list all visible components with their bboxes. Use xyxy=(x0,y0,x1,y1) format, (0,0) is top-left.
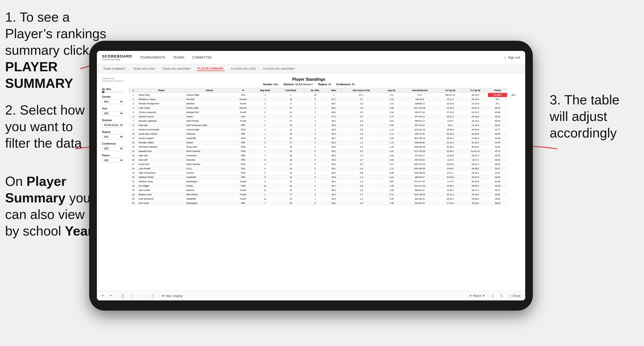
table-row[interactable]: 21Taehoon SongWashingtonFourth423169.1-1… xyxy=(129,179,520,184)
table-row[interactable]: 7Nicholas GabrelcikNorth FloridaFourth12… xyxy=(129,119,520,123)
table-cell: 1 xyxy=(253,123,277,128)
table-row[interactable]: 4Luke ClatonFlorida StateSecond127268.2-… xyxy=(129,106,520,110)
nav-committee[interactable]: COMMITTEE xyxy=(192,54,212,60)
table-cell: Georgia Tech xyxy=(185,110,234,115)
table-cell: 26-32-2 xyxy=(463,154,488,158)
division-select[interactable]: NCAA Division I xyxy=(102,123,124,128)
table-cell: 4 xyxy=(253,167,277,171)
table-cell: 68.3 xyxy=(326,123,341,128)
table-row[interactable]: 8Mats EgeEast Tennessee StateFifth124268… xyxy=(129,123,520,128)
table-cell: -1.2 xyxy=(341,175,381,179)
table-cell: 24-10-4 xyxy=(463,119,488,123)
table-row[interactable]: 11Gordon SargentVanderbiltThird421068.7-… xyxy=(129,136,520,141)
table-cell: 40.27 xyxy=(488,188,507,192)
table-cell: Jackson Koivun xyxy=(138,115,185,119)
table-row[interactable]: 24Bastien AmatNew MexicoFourth127269.4-1… xyxy=(129,192,520,197)
division-label: Division xyxy=(102,119,125,122)
instruction-step3-text: 3. The table will adjust accordingly xyxy=(550,92,620,140)
table-row[interactable]: 1Wenyi DingArizona StateFirst1115167.1-3… xyxy=(129,93,520,97)
table-row[interactable]: 15Jake HallTennesseeFifth718068.5-1.51.6… xyxy=(129,154,520,158)
region-select[interactable]: N/A xyxy=(102,134,124,139)
nav-teams[interactable]: TEAMS xyxy=(173,54,185,60)
subnav-team-h2h-grid[interactable]: TEAM H2H GRID xyxy=(132,67,156,71)
table-cell: Arkansas xyxy=(185,132,234,136)
subnav-player-h2h-grid[interactable]: PLAYER H2H GRID xyxy=(230,67,257,71)
table-row[interactable]: 3Michael ThorbjornsenStanfordFourth28168… xyxy=(129,102,520,106)
table-cell: -2.7 xyxy=(341,97,381,102)
table-row[interactable]: 19Tiger ChristensenArizonaThird523269.2-… xyxy=(129,171,520,175)
table-cell: Fourth xyxy=(234,110,253,115)
table-cell: 24 xyxy=(277,128,304,132)
subnav-player-summary[interactable]: PLAYER SUMMARY xyxy=(197,66,225,71)
grid-btn[interactable]: ☷ xyxy=(499,293,505,298)
table-cell: Arizona xyxy=(185,171,234,175)
slider-thumb[interactable] xyxy=(102,91,105,93)
table-cell: 1.41 xyxy=(381,149,402,154)
table-cell: 412-221-24 xyxy=(402,128,438,132)
table-cell: 53-38-4 xyxy=(463,197,488,201)
table-cell: 2 xyxy=(253,102,277,106)
instruction-bottom-bold2: Year xyxy=(65,224,93,238)
table-cell: 27 xyxy=(277,106,304,110)
table-cell: -1.6 xyxy=(341,106,381,110)
table-cell: 1.50 xyxy=(381,136,402,141)
subnav-player-h2h-heatmap[interactable]: PLAYER H2H HEATMAP xyxy=(262,67,295,71)
table-cell: Vanderbilt xyxy=(185,136,234,141)
table-row[interactable]: 13Phichaksn MaichonTexas A&MThird630169.… xyxy=(129,145,520,149)
player-select[interactable]: (All) xyxy=(102,158,124,163)
sign-out-link[interactable]: Sign out xyxy=(508,54,520,60)
conference-filter: Conference: All xyxy=(336,83,355,86)
table-row[interactable]: 26Petr HrubyWashingtonFifth725068.6-1.81… xyxy=(129,201,520,205)
table-row[interactable]: 10Jacob Skov OlesenArkansasFifth123068.4… xyxy=(129,132,520,136)
table-cell: 509-82-21 xyxy=(402,188,438,192)
table-cell: Kentucky xyxy=(185,158,234,162)
table-cell: 0 xyxy=(304,201,326,205)
paste-btn[interactable]: 📄 xyxy=(128,293,135,298)
table-cell: 412-179-20 xyxy=(402,149,438,154)
table-cell: First xyxy=(234,115,253,119)
download-btn[interactable]: ⇓ xyxy=(490,293,496,298)
table-row[interactable]: 12Brendan ValdesAuburnFifth537068.4-1.11… xyxy=(129,141,520,145)
table-cell: 674-33-12 xyxy=(402,115,438,119)
logo-main: SCOREBOARD xyxy=(102,54,132,58)
table-row[interactable]: 20Matthew RiedelVanderbiltFifth922069.8-… xyxy=(129,175,520,179)
redo-btn[interactable]: ↷ xyxy=(108,293,114,298)
table-cell: 45.82 xyxy=(488,132,507,136)
table-row[interactable]: 25Cole SherwoodVanderbiltFourth1223169.3… xyxy=(129,197,520,201)
nav-tournaments[interactable]: TOURNAMENTS xyxy=(140,54,165,60)
table-row[interactable]: 18Luke PowellUCLAFirst424069.1-1.81.1350… xyxy=(129,167,520,171)
table-row[interactable]: 17David FordNorth CarolinaThird421069.0-… xyxy=(129,162,520,167)
table-row[interactable]: 5Christo LamprechtGeorgia TechFourth2212… xyxy=(129,110,520,115)
col-rank: # xyxy=(129,88,138,93)
table-row[interactable]: 6Jackson KoivunAuburnFirst127167.3-2.02.… xyxy=(129,115,520,119)
table-row[interactable]: 22Ian GilliganFloridaThird1024168.7-0.81… xyxy=(129,184,520,188)
table-cell: -2.0 xyxy=(341,115,381,119)
more-btn[interactable]: ⋯ xyxy=(138,293,144,298)
watch-btn[interactable]: 👁 Watch ▼ xyxy=(468,293,487,298)
subnav-team-h2h-heatmap[interactable]: TEAM H2H HEATMAP xyxy=(161,67,191,71)
clock-btn[interactable]: 🕐 xyxy=(149,293,156,298)
table-cell: -0.8 xyxy=(341,136,381,141)
table-cell: 2 xyxy=(304,192,326,197)
table-cell: 40.98 xyxy=(488,175,507,179)
table-cell: Preston Summerhays xyxy=(138,128,185,132)
subnav-team-summary[interactable]: TEAM SUMMARY xyxy=(102,67,127,71)
table-cell: Fifth xyxy=(234,201,253,205)
table-cell: 68.7 xyxy=(326,184,341,188)
table-cell: Wenyi Ding xyxy=(138,93,185,97)
year-select[interactable]: (All) xyxy=(102,111,124,116)
table-row[interactable]: 9Preston SummerhaysArizona StateThird324… xyxy=(129,128,520,132)
table-row[interactable]: 2Michael Le SassoOle MissSecond118067.1-… xyxy=(129,97,520,102)
conference-select[interactable]: (All) xyxy=(102,146,124,151)
table-row[interactable]: 16Alex GoffKentuckyFifth819068.3-1.71.92… xyxy=(129,158,520,162)
copy-btn[interactable]: 📋 xyxy=(119,293,126,298)
table-cell: 605-96-38 xyxy=(402,141,438,145)
gender-select[interactable]: Men xyxy=(102,99,124,104)
share-btn[interactable]: ⇧ Share xyxy=(508,293,522,298)
table-cell: 69.1 xyxy=(326,167,341,171)
table-row[interactable]: 14Maxwell FordNorth CarolinaThird723069.… xyxy=(129,149,520,154)
undo-btn[interactable]: ↶ xyxy=(100,293,106,298)
table-cell: 1.92 xyxy=(381,158,402,162)
rids-slider[interactable] xyxy=(102,92,122,92)
table-row[interactable]: 23Jack LundinMissouriFourth1124068.6-2.3… xyxy=(129,188,520,192)
